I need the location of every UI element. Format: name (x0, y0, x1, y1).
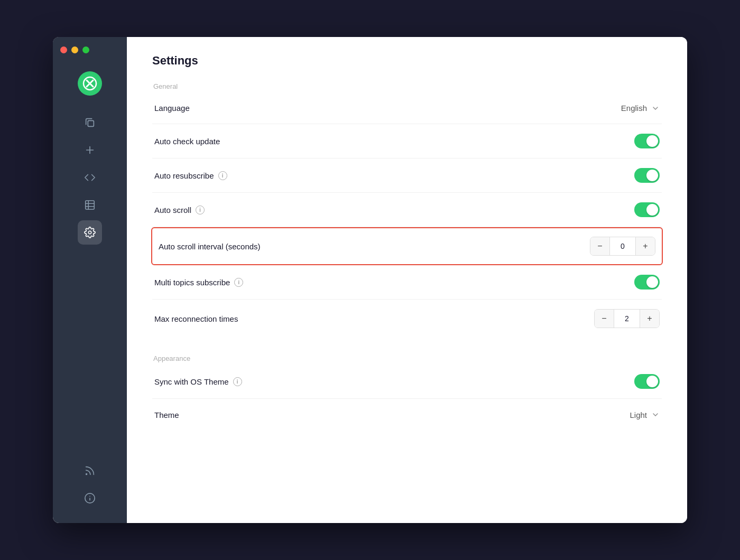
svg-rect-1 (88, 120, 94, 126)
sync-os-theme-toggle[interactable] (634, 374, 660, 389)
language-dropdown[interactable]: English (621, 104, 660, 113)
sidebar-item-about[interactable] (78, 486, 102, 510)
sidebar-item-sessions[interactable] (78, 110, 102, 135)
appearance-section: Appearance Sync with OS Theme i Theme (152, 354, 662, 431)
app-window: Settings General Language English A (53, 37, 687, 523)
sync-os-theme-row: Sync with OS Theme i (152, 365, 662, 399)
minimize-button[interactable] (71, 46, 78, 53)
auto-check-update-toggle[interactable] (634, 134, 660, 148)
maximize-button[interactable] (82, 46, 89, 53)
auto-scroll-toggle[interactable] (634, 202, 660, 217)
sidebar-item-table[interactable] (78, 193, 102, 217)
auto-resubscribe-row: Auto resubscribe i (152, 158, 662, 193)
close-button[interactable] (60, 46, 67, 53)
multi-topics-subscribe-toggle[interactable] (634, 275, 660, 290)
svg-point-4 (86, 474, 87, 475)
sync-os-theme-info-icon[interactable]: i (233, 377, 242, 386)
max-reconnection-row: Max reconnection times − 2 + (152, 300, 662, 338)
sidebar-bottom (78, 459, 102, 523)
multi-topics-subscribe-row: Multi topics subscribe i (152, 265, 662, 300)
sidebar-nav (53, 110, 127, 459)
svg-point-3 (88, 231, 91, 234)
auto-check-update-label: Auto check update (154, 137, 220, 146)
sync-os-theme-label: Sync with OS Theme i (154, 377, 242, 386)
auto-scroll-interval-value: 0 (609, 237, 636, 255)
multi-topics-subscribe-info-icon[interactable]: i (234, 278, 243, 287)
theme-row: Theme Light (152, 399, 662, 431)
max-reconnection-label: Max reconnection times (154, 314, 238, 323)
auto-scroll-row: Auto scroll i (152, 193, 662, 227)
max-reconnection-decrement[interactable]: − (595, 310, 614, 328)
sidebar-item-code[interactable] (78, 165, 102, 190)
auto-scroll-interval-increment[interactable]: + (636, 237, 655, 255)
title-bar (53, 37, 127, 62)
max-reconnection-value: 2 (614, 310, 640, 328)
language-label: Language (154, 104, 190, 113)
auto-scroll-interval-row: Auto scroll interval (seconds) − 0 + (151, 227, 663, 265)
app-logo[interactable] (78, 71, 102, 96)
general-section: General Language English Auto check upda… (152, 82, 662, 338)
page-title: Settings (152, 54, 662, 68)
auto-resubscribe-label: Auto resubscribe i (154, 171, 227, 180)
max-reconnection-stepper: − 2 + (594, 309, 660, 328)
appearance-section-label: Appearance (152, 354, 662, 362)
svg-rect-2 (86, 201, 95, 210)
sidebar-item-settings[interactable] (78, 220, 102, 245)
language-row: Language English (152, 92, 662, 124)
general-section-label: General (152, 82, 662, 90)
theme-label: Theme (154, 410, 179, 419)
multi-topics-subscribe-label: Multi topics subscribe i (154, 278, 243, 287)
auto-scroll-interval-decrement[interactable]: − (590, 237, 609, 255)
auto-scroll-info-icon[interactable]: i (196, 206, 205, 214)
max-reconnection-increment[interactable]: + (640, 310, 659, 328)
main-content: Settings General Language English A (127, 37, 687, 523)
theme-dropdown[interactable]: Light (630, 410, 660, 419)
sidebar (53, 37, 127, 523)
auto-scroll-interval-label: Auto scroll interval (seconds) (159, 242, 261, 251)
auto-resubscribe-toggle[interactable] (634, 168, 660, 183)
auto-check-update-row: Auto check update (152, 124, 662, 158)
auto-scroll-label: Auto scroll i (154, 206, 205, 214)
auto-scroll-interval-stepper: − 0 + (590, 237, 655, 256)
auto-resubscribe-info-icon[interactable]: i (218, 171, 227, 180)
sidebar-item-feed[interactable] (78, 459, 102, 483)
sidebar-item-add[interactable] (78, 138, 102, 162)
